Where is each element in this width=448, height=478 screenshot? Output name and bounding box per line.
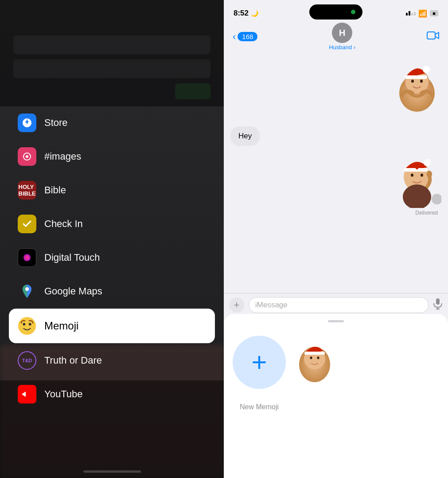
svg-point-4 xyxy=(23,323,25,325)
battery-icon: ■ xyxy=(430,10,438,16)
store-icon xyxy=(18,114,36,132)
peek-memoji-sticker xyxy=(295,340,335,384)
status-bar: 8:52 🌙 📶 ■ xyxy=(224,0,448,22)
truthordare-icon: T&D xyxy=(18,351,36,370)
sent-sticker-2-row: Delivered xyxy=(230,155,441,216)
svg-point-18 xyxy=(421,174,423,177)
svg-point-20 xyxy=(427,171,432,178)
status-icons: 📶 ■ xyxy=(406,9,438,18)
svg-point-11 xyxy=(420,80,423,83)
contact-name: Husband › xyxy=(329,44,355,51)
svg-point-3 xyxy=(18,317,36,335)
signal-bar-4 xyxy=(414,12,416,16)
status-time: 8:52 🌙 xyxy=(234,9,258,18)
new-memoji-button[interactable]: + xyxy=(233,336,286,389)
signal-bars xyxy=(406,11,416,16)
signal-bar-1 xyxy=(406,13,408,16)
message-input[interactable]: iMessage xyxy=(249,297,429,313)
svg-rect-12 xyxy=(405,75,427,79)
new-memoji-plus-icon: + xyxy=(251,349,267,376)
menu-item-images[interactable]: #images xyxy=(9,140,215,173)
chat-area: Hey xyxy=(224,51,448,299)
back-button[interactable]: ‹ 168 xyxy=(233,31,257,43)
digitaltouch-icon xyxy=(18,248,36,267)
input-placeholder: iMessage xyxy=(255,301,288,310)
checkin-label: Check In xyxy=(44,218,83,230)
svg-point-17 xyxy=(411,174,413,177)
images-label: #images xyxy=(44,151,81,162)
svg-point-10 xyxy=(411,80,414,83)
menu-item-memoji[interactable]: Memoji xyxy=(9,309,215,343)
checkin-icon xyxy=(18,215,36,233)
digitaltouch-label: Digital Touch xyxy=(44,252,100,263)
menu-item-store[interactable]: Store xyxy=(9,106,215,139)
sent-sticker-2 xyxy=(393,155,441,208)
wifi-icon: 📶 xyxy=(418,9,427,18)
left-panel: Store #images HOLYBIBLE Bible xyxy=(0,0,224,478)
received-bubble-hey: Hey xyxy=(230,126,260,146)
dynamic-island xyxy=(309,4,362,20)
contact-avatar: H xyxy=(332,23,352,43)
signal-bar-2 xyxy=(409,11,410,16)
delivered-label: Delivered xyxy=(415,210,438,216)
svg-point-22 xyxy=(432,194,441,204)
video-call-button[interactable] xyxy=(427,31,439,43)
dynamic-island-dot xyxy=(351,10,355,14)
bible-label: Bible xyxy=(44,184,66,196)
googlemaps-label: Google Maps xyxy=(44,286,102,297)
plus-icon: + xyxy=(234,299,240,311)
memoji-label: Memoji xyxy=(44,320,78,332)
input-bar: + iMessage xyxy=(224,293,448,316)
contact-info[interactable]: H Husband › xyxy=(329,23,355,51)
svg-point-5 xyxy=(29,323,31,325)
images-icon xyxy=(18,147,36,166)
menu-item-bible[interactable]: HOLYBIBLE Bible xyxy=(9,174,215,207)
mic-button[interactable] xyxy=(433,298,443,312)
sent-sticker-1 xyxy=(393,60,441,113)
svg-point-29 xyxy=(320,344,327,350)
right-panel: 8:52 🌙 📶 ■ ‹ 168 H Husba xyxy=(224,0,448,478)
svg-rect-23 xyxy=(436,298,440,305)
menu-list: Store #images HOLYBIBLE Bible xyxy=(0,106,224,411)
received-hey-row: Hey xyxy=(230,122,441,146)
new-memoji-container[interactable]: + New Memoji xyxy=(233,336,286,411)
sent-sticker-1-row xyxy=(230,60,441,113)
bible-icon: HOLYBIBLE xyxy=(18,181,36,200)
memoji-sheet: + New Memoji xyxy=(224,314,448,478)
menu-item-youtube[interactable]: YouTube xyxy=(9,378,215,411)
menu-item-digitaltouch[interactable]: Digital Touch xyxy=(9,241,215,274)
svg-point-16 xyxy=(424,159,431,166)
sheet-handle xyxy=(328,320,344,322)
svg-point-2 xyxy=(25,287,29,291)
svg-point-1 xyxy=(26,155,28,158)
new-memoji-label: New Memoji xyxy=(240,403,279,411)
youtube-label: YouTube xyxy=(44,388,82,400)
svg-point-13 xyxy=(423,66,430,73)
add-button[interactable]: + xyxy=(229,298,244,313)
svg-point-31 xyxy=(317,357,319,359)
messages-header: ‹ 168 H Husband › xyxy=(224,22,448,51)
svg-rect-28 xyxy=(304,352,325,355)
svg-point-30 xyxy=(310,357,312,359)
signal-bar-3 xyxy=(411,13,413,16)
moon-icon: 🌙 xyxy=(251,10,258,17)
menu-item-googlemaps[interactable]: Google Maps xyxy=(9,275,215,308)
svg-point-19 xyxy=(416,167,418,169)
googlemaps-icon xyxy=(18,282,36,301)
youtube-icon xyxy=(18,385,36,404)
svg-rect-6 xyxy=(427,32,435,39)
back-chevron-icon: ‹ xyxy=(233,31,236,43)
memoji-icon xyxy=(18,317,36,335)
menu-item-truthordare[interactable]: T&D Truth or Dare xyxy=(9,344,215,377)
store-label: Store xyxy=(44,117,68,129)
back-badge: 168 xyxy=(238,32,257,41)
menu-item-checkin[interactable]: Check In xyxy=(9,208,215,240)
dim-overlay-top xyxy=(0,0,224,106)
truthordare-label: Truth or Dare xyxy=(44,355,102,366)
